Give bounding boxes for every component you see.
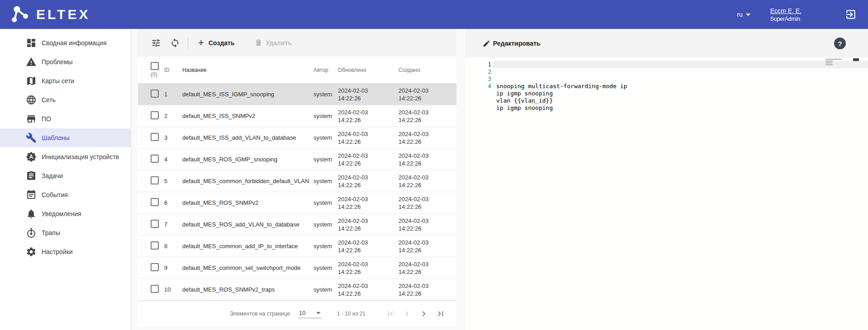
next-page-button[interactable] [419, 309, 429, 319]
sidebar-item[interactable]: Шаблоны [0, 128, 131, 147]
row-created: 2024-02-03 14:22:26 [398, 195, 435, 211]
code-line: 3 vlan {{vlan_id}} [465, 75, 868, 83]
code-area: 1 snooping multicast-forwarding-mode ip … [465, 61, 868, 90]
row-name: default_MES_ISS_SNMPv2 [182, 113, 313, 120]
items-per-page-select[interactable]: 10 [298, 310, 322, 318]
eltex-logo: ELTEX [11, 5, 90, 24]
row-id: 3 [162, 134, 182, 141]
row-id: 1 [162, 91, 182, 98]
pager-controls [385, 309, 446, 319]
row-checkbox[interactable] [151, 263, 159, 271]
table-row[interactable]: 2 default_MES_ISS_SNMPv2 system 2024-02-… [138, 105, 456, 127]
select-all-checkbox[interactable] [151, 62, 159, 70]
row-author: system [313, 156, 338, 163]
row-checkbox[interactable] [151, 133, 159, 141]
table-row[interactable]: 9 default_MES_common_set_switchport_mode… [138, 257, 456, 279]
row-checkbox[interactable] [151, 220, 159, 228]
user-name-link[interactable]: Eccm E. E. [770, 7, 802, 14]
row-checkbox[interactable] [151, 90, 159, 98]
row-created: 2024-02-03 14:22:26 [398, 239, 435, 254]
column-header-created[interactable]: Создано [398, 67, 459, 73]
help-button[interactable]: ? [834, 38, 846, 49]
table-row[interactable]: 7 default_MES_ROS_add_VLAN_to_database s… [138, 214, 456, 236]
trash-icon [254, 38, 263, 47]
map-icon [26, 75, 37, 86]
sidebar-item[interactable]: Настройки [0, 242, 131, 261]
language-value: ru [737, 11, 742, 18]
sidebar-item[interactable]: Инициализация устройств [0, 147, 131, 166]
minimap [825, 59, 853, 66]
delete-button[interactable]: Удалить [254, 38, 292, 47]
row-checkbox[interactable] [151, 176, 159, 184]
user-block: Eccm E. E. SuperAdmin [770, 7, 802, 22]
row-id: 4 [162, 156, 182, 163]
column-header-id[interactable]: ID [162, 67, 182, 73]
sidebar-item[interactable]: Задачи [0, 166, 131, 185]
pagination-bar: Элементов на странице 10 1 - 10 из 21 [138, 301, 456, 326]
sidebar-item-label: Проблемы [42, 58, 73, 66]
first-page-button[interactable] [385, 309, 395, 319]
user-role: SuperAdmin [770, 16, 800, 22]
sidebar-item[interactable]: Уведомления [0, 204, 131, 223]
row-updated: 2024-02-03 14:22:26 [338, 174, 374, 189]
dashboard-icon [26, 38, 37, 48]
sidebar-item[interactable]: Карты сети [0, 71, 131, 90]
template-editor-panel: Редактировать ? 1 snooping multicast-for… [465, 29, 868, 330]
last-page-button[interactable] [436, 309, 446, 319]
row-checkbox[interactable] [151, 198, 159, 206]
row-checkbox[interactable] [151, 241, 159, 250]
bell-icon [26, 208, 37, 219]
line-number: 1 [465, 61, 491, 68]
filter-tune-icon[interactable] [151, 38, 161, 48]
eltex-logo-icon [11, 5, 32, 24]
table-header: (0) ID Название Автор Обновлено Создано [138, 57, 456, 84]
assignment-icon [26, 170, 37, 181]
row-name: default_MES_ROS_IGMP_snooping [182, 156, 313, 163]
table-row[interactable]: 8 default_MES_common_add_IP_to_interface… [138, 236, 456, 257]
row-id: 9 [162, 264, 182, 271]
row-id: 8 [162, 243, 182, 250]
row-created: 2024-02-03 14:22:26 [398, 174, 435, 189]
sidebar-item[interactable]: Проблемы [0, 52, 131, 71]
sidebar-item[interactable]: События [0, 185, 131, 204]
toolbar-divider [188, 37, 188, 49]
sidebar-item[interactable]: Сеть [0, 90, 131, 109]
code-editor[interactable]: 1 snooping multicast-forwarding-mode ip … [465, 58, 868, 330]
row-updated: 2024-02-03 14:22:26 [338, 130, 374, 146]
sidebar-item[interactable]: Сводная информация [0, 33, 131, 52]
row-created: 2024-02-03 14:22:26 [398, 152, 435, 167]
row-id: 6 [162, 199, 182, 206]
row-checkbox[interactable] [151, 155, 159, 163]
table-row[interactable]: 6 default_MES_ROS_SNMPv2 system 2024-02-… [138, 192, 456, 214]
row-created: 2024-02-03 14:22:26 [398, 130, 435, 146]
language-selector[interactable]: ru [737, 11, 750, 18]
refresh-icon[interactable] [170, 38, 180, 48]
table-row[interactable]: 1 default_MES_ISS_IGMP_snooping system 2… [138, 84, 456, 105]
minimap-slider[interactable] [853, 58, 859, 61]
row-name: default_MES_common_add_IP_to_interface [182, 243, 313, 250]
row-name: default_MES_common_forbidden_default_VLA… [182, 178, 313, 185]
row-checkbox[interactable] [151, 285, 159, 293]
row-name: default_MES_ISS_IGMP_snooping [182, 91, 313, 98]
row-author: system [313, 113, 338, 119]
code-line: 4 ip igmp snooping [465, 83, 868, 90]
table-row[interactable]: 4 default_MES_ROS_IGMP_snooping system 2… [138, 149, 456, 170]
sidebar-item[interactable]: ПО [0, 109, 131, 128]
edit-button[interactable]: Редактировать [483, 40, 541, 47]
column-header-name[interactable]: Название [182, 66, 313, 74]
table-row[interactable]: 10 default_MES_ROS_SNMPv2_traps system 2… [138, 279, 456, 301]
row-author: system [313, 243, 338, 250]
row-id: 7 [162, 221, 182, 228]
globe-icon [26, 94, 37, 105]
row-name: default_MES_ROS_SNMPv2 [182, 199, 313, 207]
column-header-updated[interactable]: Обновлено [338, 67, 398, 73]
table-row[interactable]: 3 default_MES_ISS_add_VLAN_to_database s… [138, 127, 456, 149]
sidebar-item[interactable]: Трапы [0, 223, 131, 242]
row-checkbox[interactable] [151, 111, 159, 119]
logout-icon[interactable] [845, 9, 857, 20]
column-header-author[interactable]: Автор [313, 67, 338, 73]
previous-page-button[interactable] [402, 309, 412, 319]
sidebar-item-label: Шаблоны [42, 134, 70, 141]
create-button[interactable]: Создать [197, 38, 235, 47]
table-row[interactable]: 5 default_MES_common_forbidden_default_V… [138, 170, 456, 192]
